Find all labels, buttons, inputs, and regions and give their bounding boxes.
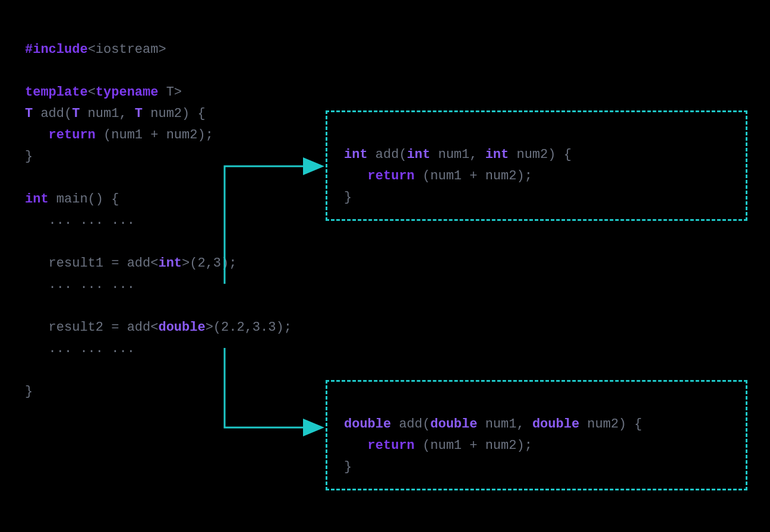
int-keyword: int — [25, 192, 49, 207]
double-indent — [344, 438, 368, 453]
call-int-pre: result1 = add< — [25, 256, 158, 271]
int-param1: num1, — [430, 147, 485, 162]
int-param2-close: num2) { — [509, 147, 572, 162]
template-arg-int: int — [158, 256, 182, 271]
param-type-t: T — [72, 106, 80, 121]
include-header: <iostream> — [88, 42, 166, 57]
double-param2-type: double — [532, 417, 579, 432]
double-return-expr: (num1 + num2); — [415, 438, 532, 453]
int-return-kw: return — [368, 169, 415, 183]
type-param: T> — [158, 85, 182, 100]
double-instantiation-box: double add(double num1, double num2) { r… — [326, 380, 747, 490]
template-arg-double: double — [158, 320, 205, 335]
param-type-t2: T — [135, 106, 143, 121]
main-code-block: #include<iostream> template<typename T> … — [25, 18, 292, 403]
int-add-open: add( — [368, 147, 407, 162]
include-keyword: #include — [25, 42, 88, 57]
call-double-post: >(2.2,3.3); — [206, 320, 292, 335]
close-brace: } — [25, 149, 33, 164]
double-return-kw: return — [368, 438, 415, 453]
int-indent — [344, 169, 368, 183]
call-int-post: >(2,3); — [182, 256, 236, 271]
double-add-open: add( — [391, 417, 430, 432]
int-return-expr: (num1 + num2); — [415, 169, 532, 183]
int-instantiation-box: int add(int num1, int num2) { return (nu… — [326, 110, 747, 221]
main-close-brace: } — [25, 384, 33, 399]
param-num1: num1, — [80, 106, 134, 121]
double-param1: num1, — [477, 417, 532, 432]
ellipsis-1: ... ... ... — [25, 213, 135, 228]
ellipsis-3: ... ... ... — [25, 341, 135, 356]
typename-keyword: typename — [96, 85, 159, 100]
param-num2: num2) { — [143, 106, 206, 121]
indent — [25, 128, 49, 142]
return-keyword: return — [49, 128, 96, 142]
ellipsis-2: ... ... ... — [25, 277, 135, 292]
int-ret-type: int — [344, 147, 368, 162]
double-param1-type: double — [430, 417, 477, 432]
double-param2-close: num2) { — [579, 417, 642, 432]
int-param1-type: int — [407, 147, 431, 162]
return-type-t: T — [25, 106, 33, 121]
fn-add-open: add( — [33, 106, 72, 121]
return-expr: (num1 + num2); — [96, 128, 213, 142]
template-keyword: template — [25, 85, 88, 100]
angle-open: < — [88, 85, 96, 100]
double-close-brace: } — [344, 460, 352, 474]
int-param2-type: int — [485, 147, 509, 162]
main-decl: main() { — [49, 192, 119, 207]
call-double-pre: result2 = add< — [25, 320, 158, 335]
int-close-brace: } — [344, 190, 352, 205]
double-ret-type: double — [344, 417, 391, 432]
